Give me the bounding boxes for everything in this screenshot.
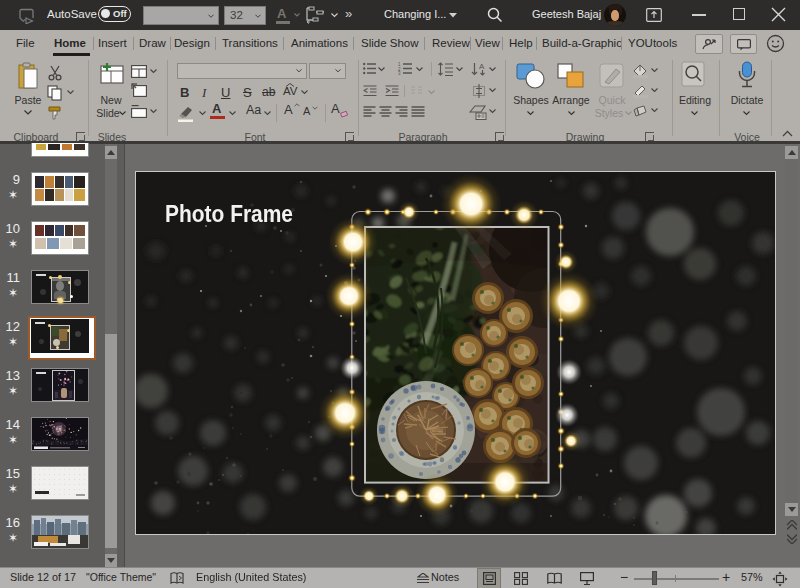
svg-text:3: 3	[398, 71, 401, 75]
svg-text:A: A	[479, 62, 485, 71]
svg-text:Photo Frame: Photo Frame	[165, 200, 293, 227]
